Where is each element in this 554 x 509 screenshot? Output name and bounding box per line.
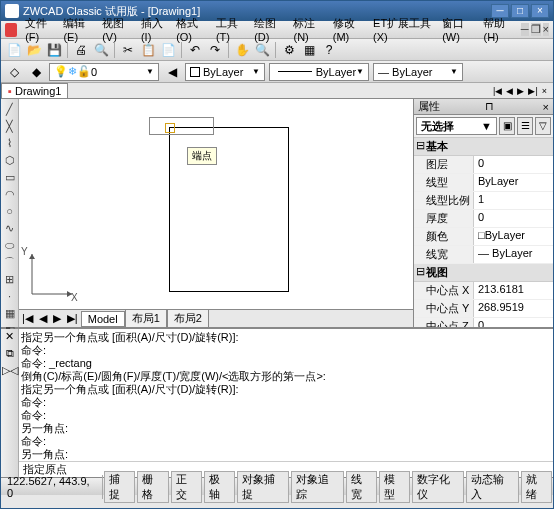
layer-name: 0 (91, 66, 97, 78)
lineweight-combo[interactable]: — ByLayer▼ (373, 63, 463, 81)
status-bar: 122.5627, 443.9, 0 捕捉栅格正交极轴对象捕捉对象追踪线宽模型数… (1, 477, 553, 495)
arc-icon[interactable]: ◠ (2, 186, 18, 202)
prop-row: 中心点 Y268.9519 (414, 300, 553, 318)
copy-icon[interactable]: 📋 (139, 41, 157, 59)
line-icon[interactable]: ╱ (2, 101, 18, 117)
tab-model[interactable]: Model (81, 311, 125, 327)
layout-tabs: |◀ ◀ ▶ ▶| Model 布局1 布局2 (19, 309, 413, 327)
tool-icon[interactable]: ⚙ (280, 41, 298, 59)
menu-item[interactable]: ET扩展工具(X) (369, 15, 438, 44)
layout-last-icon[interactable]: ▶| (64, 312, 81, 325)
rectangle-icon[interactable]: ▭ (2, 169, 18, 185)
polygon-icon[interactable]: ⬡ (2, 152, 18, 168)
tab-layout2[interactable]: 布局2 (167, 309, 209, 328)
open-icon[interactable]: 📂 (25, 41, 43, 59)
save-icon[interactable]: 💾 (45, 41, 63, 59)
snap-tooltip: 端点 (187, 147, 217, 165)
status-toggle[interactable]: 对象追踪 (291, 471, 343, 503)
selection-combo[interactable]: 无选择▼ (416, 117, 497, 135)
status-toggle[interactable]: 就绪 (521, 471, 552, 503)
status-toggle[interactable]: 捕捉 (104, 471, 135, 503)
filter-icon[interactable]: ▽ (535, 117, 551, 135)
layout-next-icon[interactable]: ▶ (50, 312, 64, 325)
new-icon[interactable]: 📄 (5, 41, 23, 59)
status-toggle[interactable]: 模型 (379, 471, 410, 503)
mirror-icon[interactable]: ▷◁ (2, 364, 18, 380)
layer-combo[interactable]: 💡❄🔓 0 ▼ (49, 63, 159, 81)
canvas[interactable]: 端点 X Y (19, 99, 413, 309)
help-icon[interactable]: ? (320, 41, 338, 59)
status-toggle[interactable]: 极轴 (204, 471, 235, 503)
expand-icon[interactable]: ⊟ (416, 265, 426, 280)
layout-prev-icon[interactable]: ◀ (36, 312, 50, 325)
command-history[interactable]: 指定另一个角点或 [面积(A)/尺寸(D)/旋转(R)]:命令:命令: _rec… (19, 329, 553, 461)
color-combo[interactable]: ByLayer▼ (185, 63, 265, 81)
menu-item[interactable]: 窗口(W) (438, 15, 479, 44)
status-toggle[interactable]: 线宽 (346, 471, 377, 503)
prop-row: 线宽— ByLayer (414, 246, 553, 264)
tab-drawing1[interactable]: ▪ Drawing1 (1, 83, 68, 98)
panel-close-icon[interactable]: × (543, 101, 549, 113)
linetype-combo[interactable]: ByLayer▼ (269, 63, 369, 81)
status-toggle[interactable]: 动态输入 (466, 471, 518, 503)
tab-close-icon[interactable]: × (540, 86, 549, 96)
circle-icon[interactable]: ○ (2, 203, 18, 219)
command-line: 倒角(C)/标高(E)/圆角(F)/厚度(T)/宽度(W)/<选取方形的第一点>… (21, 370, 551, 383)
prop-row: 线型比例1 (414, 192, 553, 210)
print-icon[interactable]: 🖨 (72, 41, 90, 59)
status-toggle[interactable]: 栅格 (137, 471, 168, 503)
properties-title: 属性 (418, 99, 440, 114)
zoom-icon[interactable]: 🔍 (253, 41, 271, 59)
layout-first-icon[interactable]: |◀ (19, 312, 36, 325)
ellipse-icon[interactable]: ⬭ (2, 237, 18, 253)
document-tabs: ▪ Drawing1 |◀ ◀ ▶ ▶| × (1, 83, 553, 99)
prop-row: 颜色□ByLayer (414, 228, 553, 246)
copy-obj-icon[interactable]: ⧉ (2, 347, 18, 363)
status-toggle[interactable]: 对象捕捉 (237, 471, 289, 503)
command-line: 命令: (21, 409, 551, 422)
quickselect-icon[interactable]: ▣ (499, 117, 515, 135)
svg-marker-3 (29, 254, 35, 259)
command-area: ✕ ⧉ ▷◁ 指定另一个角点或 [面积(A)/尺寸(D)/旋转(R)]:命令:命… (1, 327, 553, 477)
prop-row: 中心点 Z0 (414, 318, 553, 327)
layer-icon[interactable]: ◇ (5, 63, 23, 81)
menu-item[interactable]: 帮助(H) (479, 15, 518, 44)
tab-nav-prev-icon[interactable]: ◀ (504, 86, 515, 96)
doc-minimize-button[interactable]: ─ (521, 23, 529, 36)
tool2-icon[interactable]: ▦ (300, 41, 318, 59)
block-icon[interactable]: ⊞ (2, 271, 18, 287)
pan-icon[interactable]: ✋ (233, 41, 251, 59)
properties-panel: 属性 ⊓ × 无选择▼ ▣ ☰ ▽ ⊟基本 图层0 线型ByLayer 线型比例… (413, 99, 553, 327)
tab-nav-last-icon[interactable]: ▶| (526, 86, 539, 96)
redo-icon[interactable]: ↷ (206, 41, 224, 59)
doc-restore-button[interactable]: ❐ (531, 23, 541, 36)
ellipse-arc-icon[interactable]: ⌒ (2, 254, 18, 270)
small-rectangle-object[interactable] (149, 117, 214, 135)
undo-icon[interactable]: ↶ (186, 41, 204, 59)
tab-layout1[interactable]: 布局1 (125, 309, 167, 328)
layer-state-icon[interactable]: ◆ (27, 63, 45, 81)
command-line: 另一角点: (21, 422, 551, 435)
cut-icon[interactable]: ✂ (119, 41, 137, 59)
doc-close-button[interactable]: × (543, 23, 549, 36)
status-toggle[interactable]: 数字化仪 (412, 471, 464, 503)
tab-nav-first-icon[interactable]: |◀ (491, 86, 504, 96)
system-icon[interactable] (5, 23, 17, 37)
erase-icon[interactable]: ✕ (2, 330, 18, 346)
tab-nav-next-icon[interactable]: ▶ (515, 86, 526, 96)
point-icon[interactable]: · (2, 288, 18, 304)
status-toggle[interactable]: 正交 (171, 471, 202, 503)
layer-prev-icon[interactable]: ◀ (163, 63, 181, 81)
axis-x-label: X (71, 292, 78, 303)
pickobj-icon[interactable]: ☰ (517, 117, 533, 135)
hatch-icon[interactable]: ▦ (2, 305, 18, 321)
xline-icon[interactable]: ╳ (2, 118, 18, 134)
pline-icon[interactable]: ⌇ (2, 135, 18, 151)
spline-icon[interactable]: ∿ (2, 220, 18, 236)
paste-icon[interactable]: 📄 (159, 41, 177, 59)
preview-icon[interactable]: 🔍 (92, 41, 110, 59)
panel-pin-icon[interactable]: ⊓ (485, 100, 494, 113)
coordinates[interactable]: 122.5627, 443.9, 0 (1, 475, 103, 499)
close-button[interactable]: × (531, 4, 549, 18)
expand-icon[interactable]: ⊟ (416, 139, 426, 154)
